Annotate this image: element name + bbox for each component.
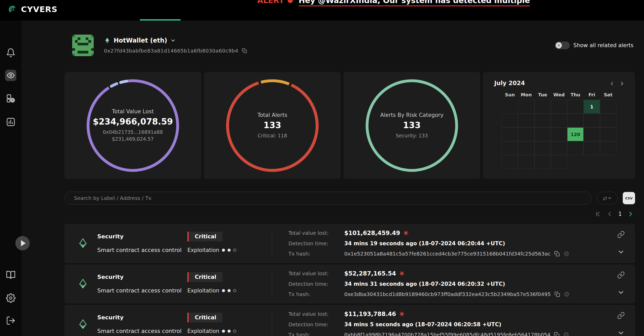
value-lost-label: Total value lost: (288, 311, 344, 317)
calendar-day-count[interactable]: 1 (584, 100, 600, 114)
calendar-month-title: July 2024 (494, 80, 525, 86)
first-page-button[interactable] (595, 211, 602, 217)
expand-row-icon[interactable] (617, 248, 625, 256)
settings-gear-icon[interactable] (5, 292, 16, 304)
virus-icon (399, 271, 405, 276)
related-alerts-toggle[interactable]: × (555, 42, 570, 49)
alert-actions (614, 264, 625, 303)
value-lost-label: Total value lost: (288, 230, 344, 236)
wallet-name: HotWallet (eth) (114, 37, 167, 44)
tx-hash-text: 0x1e523051a8a481c5a57fe8261cced4cb3e775c… (344, 251, 551, 257)
calendar-cell (551, 100, 567, 114)
stat-value: $234,966,078.59 (93, 117, 173, 127)
copy-tx-icon[interactable] (554, 291, 560, 297)
copy-tx-icon[interactable] (554, 251, 560, 257)
alert-subtype: Smart contract access control (97, 247, 181, 253)
calendar-cell (502, 114, 518, 127)
docs-icon[interactable] (5, 269, 16, 281)
calendar-cell (534, 141, 551, 155)
permalink-icon[interactable] (617, 312, 625, 319)
wallet-texts: HotWallet (eth) 0x27fd43babfbe83a81d1466… (104, 37, 247, 54)
copy-address-icon[interactable] (242, 48, 247, 53)
wallet-address-row: 0x27fd43babfbe83a81d14665b1a6fb8030a60c9… (104, 48, 247, 54)
statistics-icon[interactable] (5, 116, 16, 128)
calendar-day-header: Mon (518, 92, 534, 100)
alert-main: Security Smart contract access control (77, 305, 187, 336)
total-value-lost-card: Total Value Lost $234,966,078.59 0x04b21… (65, 72, 201, 179)
pagination: 1 (65, 211, 635, 217)
calendar-cell (534, 155, 551, 169)
expand-panel-button[interactable] (15, 236, 30, 250)
wallet-selector[interactable]: HotWallet (eth) (104, 37, 247, 44)
calendar-cell (567, 155, 584, 169)
copy-tx-icon[interactable] (554, 332, 560, 336)
sidebar (0, 21, 22, 336)
export-csv-button[interactable]: CSV (623, 192, 635, 204)
expand-row-icon[interactable] (617, 289, 625, 296)
phase-label: Exploitation (187, 247, 219, 253)
stat-title: Total Value Lost (112, 108, 154, 115)
calendar-grid: 1120 (491, 100, 627, 169)
alert-row[interactable]: Security Smart contract access control C… (65, 305, 635, 336)
alert-subtype: Smart contract access control (97, 287, 181, 294)
explorer-icon[interactable] (563, 332, 569, 336)
calendar-next-icon[interactable]: › (620, 79, 624, 87)
alert-details: Total value lost: $52,287,165.54 (272, 264, 614, 303)
calendar-cell (584, 127, 600, 141)
phase-dot-hollow (233, 330, 236, 333)
sort-button[interactable]: ↓↑ (597, 192, 618, 205)
alert-main: Security Smart contract access control (77, 264, 187, 303)
alert-details: Total value lost: $11,193,788.46 (272, 305, 614, 336)
calendar-day-headers: SunMonTueWedThuFriSat (491, 92, 627, 100)
main-content: HotWallet (eth) 0x27fd43babfbe83a81d1466… (22, 21, 644, 336)
next-page-button[interactable] (627, 211, 634, 217)
alert-severity-col: Critical Exploitation (187, 305, 272, 336)
alert-row[interactable]: Security Smart contract access control C… (65, 224, 635, 263)
stats-row: Total Value Lost $234,966,078.59 0x04b21… (65, 72, 635, 179)
calendar-day-count[interactable]: 120 (567, 127, 584, 141)
value-lost-label: Total value lost: (288, 270, 344, 277)
current-page: 1 (618, 211, 622, 217)
alert-severity-col: Critical Exploitation (187, 264, 272, 303)
calendar-cell (551, 114, 567, 127)
cyvers-logo[interactable]: CYVERS (7, 4, 58, 15)
calendar-prev-icon[interactable]: ‹ (610, 79, 614, 87)
calendar-nav: ‹ › (610, 79, 624, 87)
expand-row-icon[interactable] (617, 329, 625, 336)
value-lost-amount: $101,628,459.49 (344, 230, 409, 236)
calendar-cell (518, 155, 534, 169)
calendar-day-header: Sun (502, 92, 518, 100)
alert-severity-col: Critical Exploitation (187, 224, 272, 263)
phase-dot-filled (228, 249, 231, 252)
alert-main: Security Smart contract access control (77, 224, 187, 263)
phase-dot-filled (228, 330, 231, 333)
stat-subtext: Security: 133 (396, 132, 428, 139)
tx-hash-text: 0xbb8f1a998b7196a4700b728a15bef55f99e608… (344, 332, 550, 336)
prev-page-button[interactable] (607, 211, 613, 217)
logout-icon[interactable] (5, 315, 16, 326)
phase-indicator: Exploitation (187, 328, 272, 334)
notifications-icon[interactable] (5, 47, 16, 58)
calendar-cell (502, 155, 518, 169)
wallet-address: 0x27fd43babfbe83a81d14665b1a6fb8030a60c9… (104, 48, 238, 54)
permalink-icon[interactable] (617, 271, 625, 279)
severity-badge: Critical (187, 232, 222, 241)
calendar-cell (584, 155, 600, 169)
related-alerts-toggle-group: × Show all related alerts (555, 42, 634, 49)
permalink-icon[interactable] (617, 231, 625, 238)
search-input[interactable] (65, 192, 592, 205)
explorer-icon[interactable] (563, 251, 570, 257)
explorer-icon[interactable] (564, 291, 570, 297)
calendar-cell (600, 155, 616, 169)
chevron-down-icon (170, 38, 176, 43)
alerts-view-icon[interactable] (5, 70, 16, 81)
eth-icon (77, 319, 89, 330)
calendar-cell (518, 141, 534, 155)
contracts-globe-icon[interactable] (5, 93, 16, 104)
alert-row[interactable]: Security Smart contract access control C… (65, 264, 635, 303)
calendar-day-header: Fri (584, 92, 600, 100)
phase-label: Exploitation (187, 288, 219, 294)
toggle-knob: × (556, 42, 562, 48)
severity-badge: Critical (187, 272, 222, 282)
detection-time-label: Detection time: (288, 321, 344, 328)
